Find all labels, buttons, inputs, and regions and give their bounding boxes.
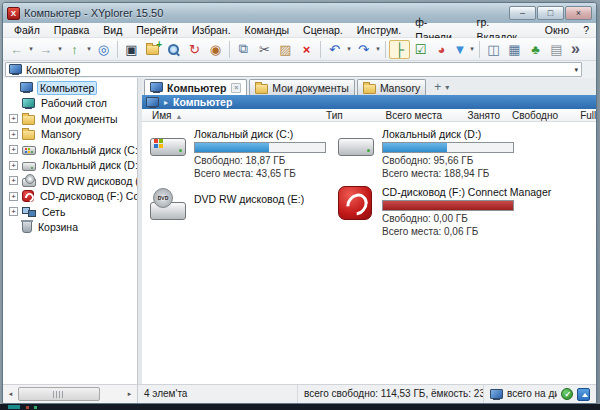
folder-icon bbox=[22, 130, 35, 140]
expand-icon[interactable]: + bbox=[9, 114, 18, 123]
menu-commands[interactable]: Команды bbox=[238, 23, 297, 38]
menu-go[interactable]: Перейти bbox=[129, 23, 185, 38]
drive-item-e[interactable]: DVD RW дисковод (E:) bbox=[150, 188, 340, 244]
tree-item-recycle-bin[interactable]: Корзина bbox=[3, 220, 137, 236]
tab-mansory[interactable]: Mansory bbox=[357, 79, 426, 95]
up-icon[interactable]: ↑ bbox=[64, 40, 85, 59]
column-total[interactable]: Всего места bbox=[372, 109, 442, 122]
up-dropdown-icon[interactable]: ▾ bbox=[85, 45, 93, 53]
menu-file[interactable]: Файл bbox=[7, 23, 47, 38]
breadcrumb[interactable]: ▸ Компьютер bbox=[142, 95, 596, 109]
drive-item-f[interactable]: CD-дисковод (F:) Connect Manager Свободн… bbox=[338, 186, 528, 242]
redo-dropdown-icon[interactable]: ▾ bbox=[374, 45, 382, 53]
filter-icon[interactable]: ▼ bbox=[452, 40, 468, 59]
tree-item-desktop[interactable]: Рабочий стол bbox=[3, 96, 137, 112]
status-ok-icon[interactable] bbox=[561, 388, 573, 400]
tab-close-icon[interactable]: × bbox=[231, 83, 241, 93]
system-drive-icon bbox=[22, 146, 36, 155]
tree-item-network[interactable]: + Сеть bbox=[3, 204, 137, 220]
tree-item-drive-c[interactable]: + Локальный диск (C:) bbox=[3, 142, 137, 158]
expand-icon[interactable]: + bbox=[9, 176, 18, 185]
scroll-left-icon[interactable]: ◂ bbox=[4, 387, 17, 401]
tree-item-cd-f[interactable]: + CD-дисковод (F:) Connect Manager bbox=[3, 189, 137, 205]
connect-manager-icon bbox=[22, 190, 34, 202]
redo-icon[interactable]: ↷ bbox=[353, 40, 374, 59]
dvd-drive-icon bbox=[22, 178, 36, 187]
menu-help[interactable]: ? bbox=[576, 23, 596, 38]
file-panel: Компьютер × Мои документы Mansory + ▾ ▸ … bbox=[142, 78, 596, 384]
status-up-icon[interactable] bbox=[577, 388, 590, 401]
search-icon[interactable] bbox=[163, 40, 184, 59]
dvd-drive-icon bbox=[150, 190, 186, 220]
back-icon[interactable]: ← bbox=[6, 40, 27, 59]
expand-icon[interactable]: + bbox=[9, 207, 18, 216]
cut-icon[interactable]: ✂ bbox=[254, 40, 275, 59]
toolbar-overflow-icon[interactable]: » bbox=[571, 40, 580, 58]
folder-size-pie-icon[interactable]: ◕ bbox=[431, 40, 452, 59]
forward-dropdown-icon[interactable]: ▾ bbox=[56, 45, 64, 53]
sync-icon[interactable]: ◉ bbox=[205, 40, 226, 59]
close-button[interactable]: × bbox=[565, 6, 592, 20]
menu-tools[interactable]: Инструм. bbox=[350, 23, 408, 38]
taskbar-strip bbox=[0, 404, 600, 410]
undo-icon[interactable]: ↶ bbox=[324, 40, 345, 59]
tree-item-mansory[interactable]: + Mansory bbox=[3, 127, 137, 143]
copy-icon[interactable]: ⧉ bbox=[233, 40, 254, 59]
expand-icon[interactable]: + bbox=[9, 145, 18, 154]
status-bar: ◂ ▸ 4 элем'та всего свободно: 114,53 ГБ,… bbox=[3, 384, 596, 403]
menu-view[interactable]: Вид bbox=[96, 23, 129, 38]
menu-scripting[interactable]: Сценар. bbox=[296, 23, 350, 38]
hotlist-icon[interactable]: ◎ bbox=[93, 40, 114, 59]
checkbox-mode-icon[interactable]: ☑ bbox=[410, 40, 431, 59]
details-view-icon[interactable]: ▦ bbox=[504, 40, 525, 59]
menu-window[interactable]: Окно bbox=[538, 23, 576, 38]
tab-my-documents[interactable]: Мои документы bbox=[249, 79, 355, 95]
paste-icon[interactable]: ▨ bbox=[275, 40, 296, 59]
maximize-button[interactable]: □ bbox=[537, 6, 564, 20]
split-view-icon[interactable]: ▤ bbox=[546, 40, 567, 59]
panel-icon[interactable]: ▣ bbox=[121, 40, 142, 59]
dual-pane-icon[interactable]: ◫ bbox=[483, 40, 504, 59]
taskbar-accent bbox=[8, 405, 20, 409]
scroll-right-icon[interactable]: ▸ bbox=[123, 387, 136, 401]
column-type[interactable]: Тип bbox=[326, 109, 343, 122]
column-used[interactable]: Занято bbox=[450, 109, 500, 122]
scrollbar-thumb[interactable] bbox=[18, 387, 100, 401]
tree-view-icon[interactable]: ♣ bbox=[525, 40, 546, 59]
forward-icon[interactable]: → bbox=[35, 40, 56, 59]
undo-dropdown-icon[interactable]: ▾ bbox=[345, 45, 353, 53]
computer-icon bbox=[146, 97, 159, 108]
expand-icon[interactable]: + bbox=[9, 161, 18, 170]
tree-item-drive-d[interactable]: + Локальный диск (D:) bbox=[3, 158, 137, 174]
app-window: X Компьютер - XYplorer 15.50 – □ × Файл … bbox=[2, 2, 597, 404]
column-full[interactable]: Full % bbox=[566, 109, 596, 122]
new-folder-icon[interactable] bbox=[142, 40, 163, 59]
drive-icon bbox=[22, 162, 36, 171]
folder-icon bbox=[255, 84, 268, 94]
new-tab-button[interactable]: + bbox=[434, 80, 441, 94]
tree-toggle-icon[interactable]: ├ bbox=[389, 40, 410, 59]
tab-list-dropdown-icon[interactable]: ▾ bbox=[445, 83, 449, 92]
column-free[interactable]: Свободно bbox=[508, 109, 558, 122]
tree-item-dvd-e[interactable]: + DVD RW дисковод (E:) bbox=[3, 173, 137, 189]
address-dropdown-icon[interactable]: ▾ bbox=[574, 66, 578, 74]
back-dropdown-icon[interactable]: ▾ bbox=[27, 45, 35, 53]
computer-icon bbox=[490, 389, 503, 400]
menu-favorites[interactable]: Избран. bbox=[185, 23, 238, 38]
expand-icon[interactable]: + bbox=[9, 192, 18, 201]
column-name[interactable]: Имя▲ bbox=[152, 109, 182, 123]
toolbar-separator bbox=[385, 41, 386, 58]
tree-horizontal-scrollbar[interactable]: ◂ ▸ bbox=[3, 385, 138, 403]
filter-dropdown-icon[interactable]: ▾ bbox=[468, 45, 476, 53]
tree-item-my-documents[interactable]: + Мои документы bbox=[3, 111, 137, 127]
drive-item-d[interactable]: Локальный диск (D:) Свободно: 95,66 ГБ В… bbox=[338, 128, 528, 184]
drive-item-c[interactable]: Локальный диск (C:) Свободно: 18,87 ГБ В… bbox=[150, 128, 340, 184]
delete-icon[interactable]: × bbox=[296, 40, 317, 59]
tab-bar: Компьютер × Мои документы Mansory + ▾ bbox=[142, 78, 596, 95]
tree-item-computer[interactable]: Компьютер bbox=[3, 80, 137, 96]
menu-edit[interactable]: Правка bbox=[47, 23, 96, 38]
address-input[interactable]: Компьютер ▾ bbox=[5, 62, 582, 77]
refresh-icon[interactable]: ↻ bbox=[184, 40, 205, 59]
tab-computer[interactable]: Компьютер × bbox=[144, 79, 247, 95]
expand-icon[interactable]: + bbox=[9, 130, 18, 139]
